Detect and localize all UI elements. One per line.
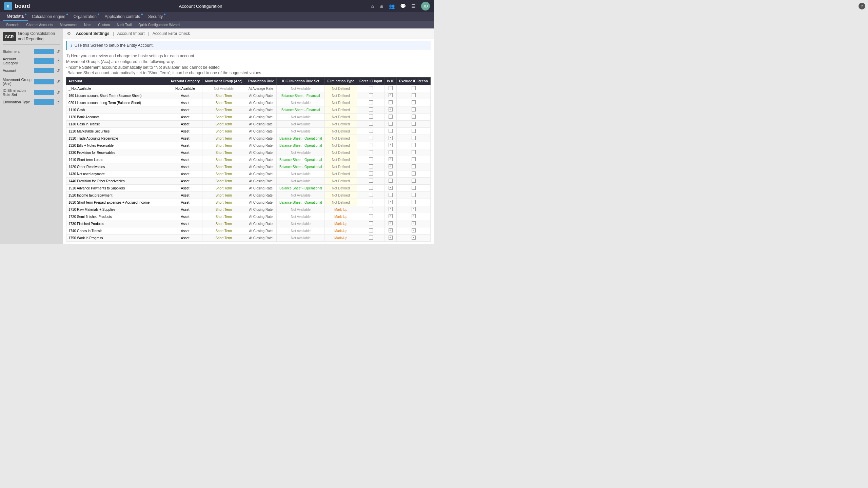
cell-is-ic[interactable] [385, 99, 397, 106]
cell-force-ic[interactable] [357, 99, 384, 106]
table-row[interactable]: 1740 Goods in Transit Asset Short Term A… [66, 227, 431, 235]
checkbox[interactable] [369, 136, 373, 140]
sub-nav-movements[interactable]: Movements [56, 23, 81, 27]
grid-icon[interactable]: ⊞ [379, 3, 383, 9]
checkbox[interactable] [412, 171, 416, 176]
checkbox[interactable] [389, 228, 393, 232]
checkbox[interactable] [412, 150, 416, 154]
sub-nav-scenario[interactable]: Scenario [3, 23, 23, 27]
checkbox[interactable] [412, 136, 416, 140]
cell-is-ic[interactable] [385, 178, 397, 185]
cell-exclude-ic[interactable] [397, 170, 431, 178]
cell-exclude-ic[interactable] [397, 142, 431, 149]
checkbox[interactable] [412, 93, 416, 97]
checkbox[interactable] [412, 179, 416, 183]
cell-force-ic[interactable] [357, 213, 384, 220]
checkbox[interactable] [389, 207, 393, 211]
cell-exclude-ic[interactable] [397, 114, 431, 121]
checkbox[interactable] [412, 157, 416, 161]
sub-nav-audit-trail[interactable]: Audit Trail [113, 23, 135, 27]
cell-exclude-ic[interactable] [397, 149, 431, 156]
table-row[interactable]: 1430 Not used anymore Asset Short Term A… [66, 170, 431, 178]
cell-force-ic[interactable] [357, 128, 384, 135]
checkbox[interactable] [369, 193, 373, 197]
table-row[interactable]: 1750 Work in Progress Asset Short Term A… [66, 235, 431, 242]
cell-is-ic[interactable] [385, 149, 397, 156]
sidebar-item-movement-group[interactable]: Movement Group (Acc) ↺ [3, 78, 60, 86]
cell-is-ic[interactable] [385, 227, 397, 235]
checkbox[interactable] [369, 228, 373, 232]
board-logo[interactable]: b [4, 2, 12, 10]
table-row[interactable]: 1330 Provision for Receivables Asset Sho… [66, 149, 431, 156]
cell-force-ic[interactable] [357, 170, 384, 178]
cell-is-ic[interactable] [385, 163, 397, 170]
cell-exclude-ic[interactable] [397, 99, 431, 106]
table-row[interactable]: 1610 Short-term Prepaid Expenses + Accru… [66, 199, 431, 206]
checkbox[interactable] [412, 164, 416, 168]
table-row[interactable]: 1710 Raw Materials + Supplies Asset Shor… [66, 206, 431, 213]
checkbox[interactable] [412, 221, 416, 225]
checkbox[interactable] [369, 171, 373, 176]
cell-is-ic[interactable] [385, 235, 397, 242]
cell-is-ic[interactable] [385, 199, 397, 206]
checkbox[interactable] [412, 86, 416, 90]
checkbox[interactable] [412, 193, 416, 197]
cell-is-ic[interactable] [385, 85, 397, 92]
cell-exclude-ic[interactable] [397, 85, 431, 92]
table-row[interactable]: 1130 Cash in Transit Asset Short Term At… [66, 121, 431, 128]
cell-is-ic[interactable] [385, 206, 397, 213]
checkbox[interactable] [389, 115, 393, 119]
checkbox[interactable] [412, 214, 416, 218]
cell-exclude-ic[interactable] [397, 163, 431, 170]
checkbox[interactable] [389, 236, 393, 240]
cell-exclude-ic[interactable] [397, 106, 431, 114]
cell-force-ic[interactable] [357, 142, 384, 149]
tab-security[interactable]: Security [144, 12, 167, 21]
refresh-ic-elimination-icon[interactable]: ↺ [56, 90, 60, 95]
cell-is-ic[interactable] [385, 156, 397, 163]
checkbox[interactable] [412, 236, 416, 240]
table-row[interactable]: 1520 Income tax prepayment Asset Short T… [66, 192, 431, 199]
sidebar-item-ic-elimination[interactable]: IC Elimination Rule Set ↺ [3, 88, 60, 97]
tab-metadata[interactable]: Metadata [3, 12, 28, 21]
cell-exclude-ic[interactable] [397, 92, 431, 99]
checkbox[interactable] [369, 107, 373, 111]
checkbox[interactable] [389, 221, 393, 225]
checkbox[interactable] [389, 164, 393, 168]
checkbox[interactable] [412, 143, 416, 147]
checkbox[interactable] [412, 186, 416, 190]
cell-force-ic[interactable] [357, 206, 384, 213]
checkbox[interactable] [389, 136, 393, 140]
checkbox[interactable] [389, 186, 393, 190]
checkbox[interactable] [389, 171, 393, 176]
checkbox[interactable] [412, 200, 416, 204]
cell-force-ic[interactable] [357, 135, 384, 142]
cell-force-ic[interactable] [357, 178, 384, 185]
checkbox[interactable] [412, 122, 416, 126]
refresh-account-category-icon[interactable]: ↺ [56, 59, 60, 64]
checkbox[interactable] [389, 122, 393, 126]
tab-organization[interactable]: Organization [70, 12, 101, 21]
cell-is-ic[interactable] [385, 121, 397, 128]
table-row[interactable]: 1110 Cash Asset Short Term At Closing Ra… [66, 106, 431, 114]
table-row[interactable]: 1440 Provision for Other Receivables Ass… [66, 178, 431, 185]
cell-force-ic[interactable] [357, 220, 384, 227]
cell-force-ic[interactable] [357, 85, 384, 92]
cell-is-ic[interactable] [385, 128, 397, 135]
cell-exclude-ic[interactable] [397, 128, 431, 135]
cell-is-ic[interactable] [385, 114, 397, 121]
tab-account-import[interactable]: Account Import [115, 30, 147, 37]
checkbox[interactable] [412, 115, 416, 119]
cell-is-ic[interactable] [385, 135, 397, 142]
cell-force-ic[interactable] [357, 156, 384, 163]
table-row[interactable]: 160 Liaison account Short-Term (Balance … [66, 92, 431, 99]
table-row[interactable]: 020 Liaison account Long-Term (Balance S… [66, 99, 431, 106]
cell-is-ic[interactable] [385, 170, 397, 178]
checkbox[interactable] [369, 86, 373, 90]
checkbox[interactable] [369, 122, 373, 126]
cell-force-ic[interactable] [357, 192, 384, 199]
tab-application-controls[interactable]: Application controls [101, 12, 144, 21]
table-row[interactable]: 1310 Trade Accounts Receivable Asset Sho… [66, 135, 431, 142]
tab-account-error-check[interactable]: Account Error Check [151, 30, 192, 37]
checkbox[interactable] [389, 100, 393, 104]
